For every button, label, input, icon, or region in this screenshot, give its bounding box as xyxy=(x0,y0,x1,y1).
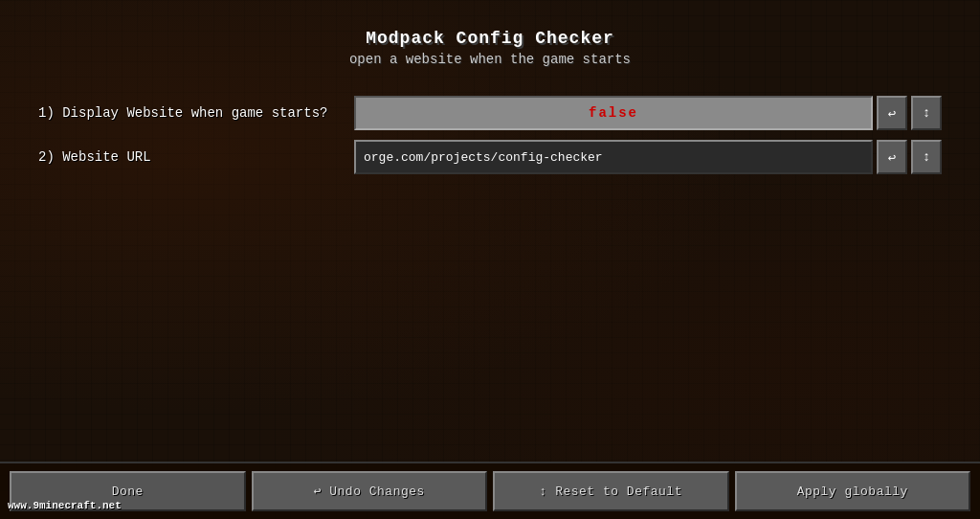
toggle-false-button[interactable]: false xyxy=(354,96,873,130)
title-area: Modpack Config Checker open a website wh… xyxy=(349,29,631,67)
watermark-prefix: www. xyxy=(8,500,33,511)
config-label-1: 1) Display Website when game starts? xyxy=(38,105,345,121)
undo-row2-icon: ↩ xyxy=(888,149,896,166)
toggle-value: false xyxy=(589,105,638,121)
config-label-2: 2) Website URL xyxy=(38,149,345,165)
config-value-wrapper-1: false ↩ ↕ xyxy=(354,96,942,130)
config-value-wrapper-2: ↩ ↕ xyxy=(354,140,942,174)
url-input[interactable] xyxy=(354,140,873,174)
reset-row2-button[interactable]: ↕ xyxy=(911,140,942,174)
undo-row1-button[interactable]: ↩ xyxy=(877,96,907,130)
config-row-1: 1) Display Website when game starts? fal… xyxy=(38,96,942,130)
sub-title: open a website when the game starts xyxy=(349,52,631,67)
config-row-2: 2) Website URL ↩ ↕ xyxy=(38,140,942,174)
watermark-suffix: .net xyxy=(96,500,121,511)
undo-row2-button[interactable]: ↩ xyxy=(877,140,907,174)
main-title: Modpack Config Checker xyxy=(349,29,631,48)
config-area: 1) Display Website when game starts? fal… xyxy=(38,96,942,184)
watermark-site: 9minecraft xyxy=(33,500,96,511)
watermark: www.9minecraft.net xyxy=(8,500,122,511)
reset-row1-icon: ↕ xyxy=(923,105,930,121)
reset-row1-button[interactable]: ↕ xyxy=(911,96,942,130)
reset-row2-icon: ↕ xyxy=(923,149,930,165)
undo-row1-icon: ↩ xyxy=(888,105,896,122)
